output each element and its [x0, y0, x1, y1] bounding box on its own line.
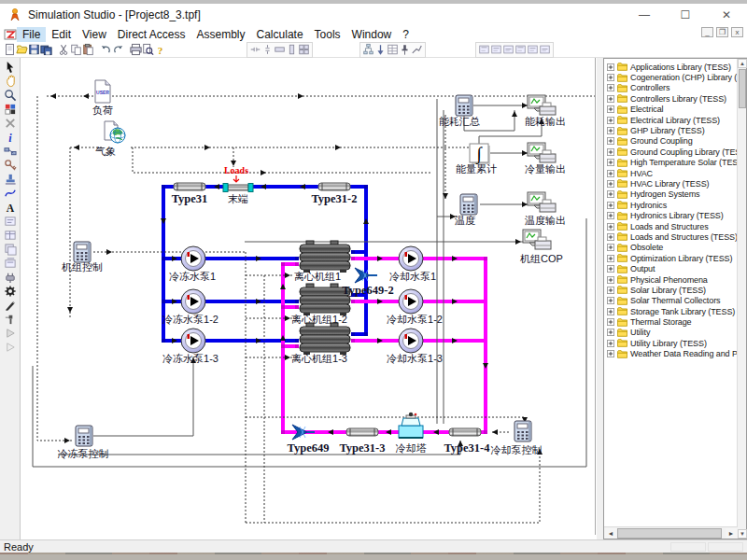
component-chw-pump-ctrl[interactable] [76, 426, 92, 446]
component-energy-sum[interactable] [456, 95, 472, 116]
menu-assembly[interactable]: Assembly [191, 27, 251, 42]
component-type31-4[interactable] [449, 428, 481, 436]
close-button[interactable]: ✕ [706, 4, 747, 26]
menu-edit[interactable]: Edit [46, 27, 77, 42]
tree-item[interactable]: Utility [605, 328, 737, 338]
expand-icon[interactable] [607, 287, 614, 294]
expand-icon[interactable] [607, 276, 614, 284]
palette-stamp-tool[interactable] [3, 172, 17, 186]
project-canvas[interactable]: USER负荷气象Type31末端LoadsType31-2冷冻水泵1冷冻水泵1-… [21, 58, 596, 535]
component-unit-cop[interactable] [523, 230, 551, 249]
expand-icon[interactable] [607, 308, 614, 315]
mdi-minimize-button[interactable]: _ [701, 27, 713, 37]
expand-icon[interactable] [607, 84, 614, 91]
component-type31-3[interactable] [346, 428, 378, 436]
tree-item[interactable]: Applications Library (TESS) [605, 62, 737, 72]
menu-tools[interactable]: Tools [309, 27, 346, 42]
win4-toolbar-button[interactable] [514, 43, 527, 57]
component-load[interactable]: USER [95, 80, 110, 103]
expand-icon[interactable] [607, 329, 614, 336]
win5-toolbar-button[interactable] [527, 43, 539, 57]
tree-item[interactable]: High Temperature Solar (TESS) [605, 158, 737, 168]
menu-calculate[interactable]: Calculate [251, 27, 309, 42]
signal-link[interactable] [112, 96, 596, 239]
palette-zoom-tool[interactable] [3, 88, 17, 102]
tree-item[interactable]: Optimization Library (TESS) [605, 253, 737, 263]
scroll-left-arrow[interactable]: ◄ [605, 528, 616, 539]
signal-link[interactable] [246, 448, 540, 523]
menu-?[interactable]: ? [397, 27, 415, 42]
palette-info-tool[interactable]: i [3, 130, 17, 144]
maximize-button[interactable]: ☐ [665, 4, 706, 26]
tile-toolbar-button[interactable] [298, 43, 310, 57]
tree-item[interactable]: Loads and Structures (TESS) [605, 231, 737, 242]
component-chw-pump3[interactable] [181, 329, 205, 353]
expand-icon[interactable] [607, 148, 614, 156]
expand-icon[interactable] [607, 297, 614, 304]
panel-splitter[interactable] [597, 58, 603, 539]
palette-key-tool[interactable] [3, 158, 17, 172]
tree-item[interactable]: Hydronics [605, 200, 737, 210]
component-chw-pump1[interactable] [181, 246, 205, 271]
component-chiller1[interactable] [300, 241, 350, 273]
menu-direct-access[interactable]: Direct Access [112, 27, 191, 42]
expand-icon[interactable] [607, 63, 614, 71]
copy-toolbar-button[interactable] [70, 43, 82, 57]
component-cw-pump2[interactable] [399, 289, 423, 314]
palette-plug-tool[interactable] [3, 270, 17, 284]
palette-pan-tool[interactable] [3, 74, 17, 88]
component-cw-pump-ctrl[interactable] [514, 421, 531, 441]
component-chw-pump2[interactable] [181, 289, 205, 314]
palette-run2-tool[interactable] [3, 340, 17, 354]
open-toolbar-button[interactable] [16, 43, 28, 57]
signal-link[interactable] [133, 147, 431, 173]
saveall-toolbar-button[interactable] [40, 43, 52, 57]
save-toolbar-button[interactable] [28, 43, 40, 57]
component-weather[interactable] [105, 121, 125, 143]
menu-window[interactable]: Window [346, 27, 398, 42]
win3-toolbar-button[interactable] [502, 43, 514, 57]
help-toolbar-button[interactable]: ? [154, 43, 166, 57]
horizontal-scroll-thumb[interactable] [617, 528, 722, 539]
expand-icon[interactable] [607, 190, 614, 198]
undo-toolbar-button[interactable] [100, 43, 112, 57]
expand-icon[interactable] [607, 340, 614, 347]
mdi-close-button[interactable]: x [731, 27, 743, 37]
cut-toolbar-button[interactable] [58, 43, 70, 57]
tree-item[interactable]: Loads and Structures [605, 221, 737, 231]
slope-toolbar-button[interactable] [411, 43, 423, 57]
fith-toolbar-button[interactable] [274, 43, 286, 57]
tree-item[interactable]: Ground Coupling [605, 136, 737, 147]
scroll-up-arrow[interactable]: ▲ [738, 59, 747, 68]
palette-gear-tool[interactable] [3, 284, 17, 298]
component-energy-acc[interactable]: ∫ [470, 144, 490, 165]
signal-link[interactable] [246, 417, 525, 423]
expand-icon[interactable] [607, 233, 614, 241]
expand-icon[interactable] [607, 255, 614, 262]
expand-icon[interactable] [607, 265, 614, 273]
expand-icon[interactable] [607, 117, 614, 124]
tree-item[interactable]: Output [605, 263, 737, 273]
component-tower[interactable] [399, 413, 423, 438]
component-unit-ctrl[interactable] [74, 242, 91, 262]
component-cw-pump1[interactable] [399, 246, 423, 271]
pin-toolbar-button[interactable] [399, 43, 411, 57]
expand-icon[interactable] [607, 180, 614, 188]
palette-view4-tool[interactable] [3, 256, 17, 270]
mdi-restore-button[interactable]: ❐ [716, 27, 728, 37]
table-toolbar-button[interactable] [387, 43, 399, 57]
tree-item[interactable]: Hydrogen Systems [605, 189, 737, 200]
palette-colors-tool[interactable] [3, 102, 17, 116]
redo-toolbar-button[interactable] [112, 43, 124, 57]
component-temp-out[interactable] [528, 192, 556, 212]
tree-item[interactable]: Electrical Library (TESS) [605, 115, 737, 125]
win1-toolbar-button[interactable] [478, 43, 490, 57]
expand-icon[interactable] [607, 74, 614, 81]
tree-item[interactable]: Hydronics Library (TESS) [605, 210, 737, 220]
menu-file[interactable]: File [17, 27, 46, 42]
shrinkh-toolbar-button[interactable] [249, 43, 261, 57]
expand-icon[interactable] [607, 105, 614, 113]
component-terminal[interactable] [223, 184, 253, 192]
component-temp[interactable] [460, 194, 477, 215]
palette-view2-tool[interactable] [3, 228, 17, 242]
